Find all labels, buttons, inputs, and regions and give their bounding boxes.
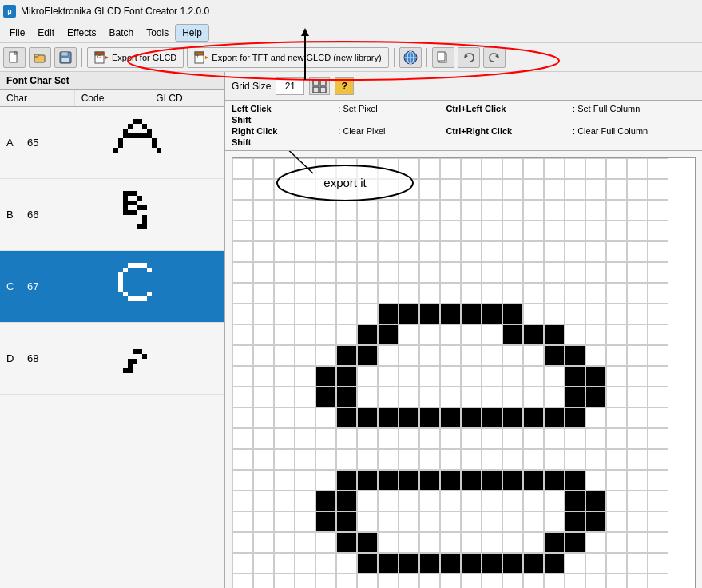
grid-cell[interactable] [585, 553, 606, 574]
grid-cell[interactable] [606, 283, 627, 304]
grid-cell[interactable] [544, 158, 565, 179]
grid-cell[interactable] [565, 241, 585, 262]
save-button[interactable] [54, 47, 77, 68]
grid-cell[interactable] [419, 304, 440, 324]
grid-cell[interactable] [378, 220, 399, 241]
grid-cell[interactable] [565, 407, 585, 428]
grid-cell[interactable] [606, 449, 627, 470]
grid-cell[interactable] [523, 158, 544, 179]
grid-cell[interactable] [565, 532, 585, 553]
grid-cell[interactable] [357, 200, 378, 220]
grid-cell[interactable] [523, 491, 544, 511]
grid-cell[interactable] [336, 220, 357, 241]
grid-cell[interactable] [378, 491, 399, 511]
grid-cell[interactable] [523, 532, 544, 553]
grid-cell[interactable] [544, 491, 565, 511]
grid-cell[interactable] [461, 345, 482, 366]
grid-cell[interactable] [565, 304, 585, 324]
grid-cell[interactable] [232, 200, 253, 220]
grid-cell[interactable] [253, 345, 274, 366]
grid-cell[interactable] [627, 387, 648, 407]
grid-cell[interactable] [357, 345, 378, 366]
grid-cell[interactable] [315, 366, 336, 387]
grid-cell[interactable] [315, 304, 336, 324]
grid-cell[interactable] [419, 200, 440, 220]
grid-cell[interactable] [295, 304, 315, 324]
grid-cell[interactable] [399, 511, 419, 532]
grid-cell[interactable] [274, 491, 295, 511]
grid-cell[interactable] [419, 387, 440, 407]
grid-cell[interactable] [419, 345, 440, 366]
grid-cell[interactable] [627, 283, 648, 304]
grid-cell[interactable] [295, 324, 315, 345]
grid-cell[interactable] [232, 449, 253, 470]
grid-cell[interactable] [502, 262, 523, 283]
grid-cell[interactable] [627, 553, 648, 574]
grid-cell[interactable] [565, 324, 585, 345]
grid-cell[interactable] [523, 470, 544, 491]
menu-tools[interactable]: Tools [140, 25, 175, 41]
grid-cell[interactable] [606, 324, 627, 345]
grid-cell[interactable] [419, 158, 440, 179]
grid-cell[interactable] [399, 449, 419, 470]
grid-cell[interactable] [482, 449, 502, 470]
grid-cell[interactable] [274, 158, 295, 179]
grid-cell[interactable] [648, 345, 668, 366]
grid-cell[interactable] [482, 491, 502, 511]
grid-cell[interactable] [648, 283, 668, 304]
grid-cell[interactable] [461, 158, 482, 179]
grid-cell[interactable] [232, 158, 253, 179]
grid-cell[interactable] [440, 179, 461, 200]
menu-edit[interactable]: Edit [31, 25, 61, 41]
grid-cell[interactable] [523, 428, 544, 449]
grid-cell[interactable] [648, 220, 668, 241]
grid-cell[interactable] [606, 179, 627, 200]
grid-cell[interactable] [502, 511, 523, 532]
grid-cell[interactable] [502, 470, 523, 491]
grid-cell[interactable] [378, 366, 399, 387]
grid-cell[interactable] [274, 179, 295, 200]
grid-cell[interactable] [502, 158, 523, 179]
grid-cell[interactable] [274, 304, 295, 324]
grid-cell[interactable] [253, 220, 274, 241]
grid-cell[interactable] [627, 428, 648, 449]
copy-button[interactable] [432, 47, 454, 68]
grid-cell[interactable] [232, 532, 253, 553]
grid-cell[interactable] [627, 532, 648, 553]
grid-cell[interactable] [295, 179, 315, 200]
grid-cell[interactable] [419, 553, 440, 574]
grid-cell[interactable] [274, 532, 295, 553]
grid-cell[interactable] [544, 241, 565, 262]
grid-cell[interactable] [336, 241, 357, 262]
grid-cell[interactable] [419, 366, 440, 387]
grid-cell[interactable] [336, 366, 357, 387]
grid-cell[interactable] [627, 262, 648, 283]
grid-cell[interactable] [253, 304, 274, 324]
grid-cell[interactable] [461, 324, 482, 345]
grid-cell[interactable] [461, 387, 482, 407]
grid-cell[interactable] [295, 449, 315, 470]
grid-cell[interactable] [523, 511, 544, 532]
grid-cell[interactable] [378, 428, 399, 449]
grid-cell[interactable] [606, 200, 627, 220]
grid-cell[interactable] [378, 574, 399, 588]
grid-cell[interactable] [419, 407, 440, 428]
grid-cell[interactable] [232, 324, 253, 345]
grid-cell[interactable] [544, 574, 565, 588]
grid-cell[interactable] [544, 553, 565, 574]
grid-cell[interactable] [357, 470, 378, 491]
grid-cell[interactable] [399, 262, 419, 283]
grid-cell[interactable] [627, 345, 648, 366]
grid-cell[interactable] [440, 574, 461, 588]
grid-cell[interactable] [523, 345, 544, 366]
grid-cell[interactable] [232, 262, 253, 283]
grid-cell[interactable] [523, 366, 544, 387]
grid-cell[interactable] [482, 324, 502, 345]
grid-cell[interactable] [606, 262, 627, 283]
grid-cell[interactable] [606, 428, 627, 449]
grid-cell[interactable] [565, 449, 585, 470]
grid-cell[interactable] [627, 241, 648, 262]
grid-cell[interactable] [585, 324, 606, 345]
char-row-B[interactable]: B 66 [0, 179, 224, 251]
grid-cell[interactable] [232, 491, 253, 511]
